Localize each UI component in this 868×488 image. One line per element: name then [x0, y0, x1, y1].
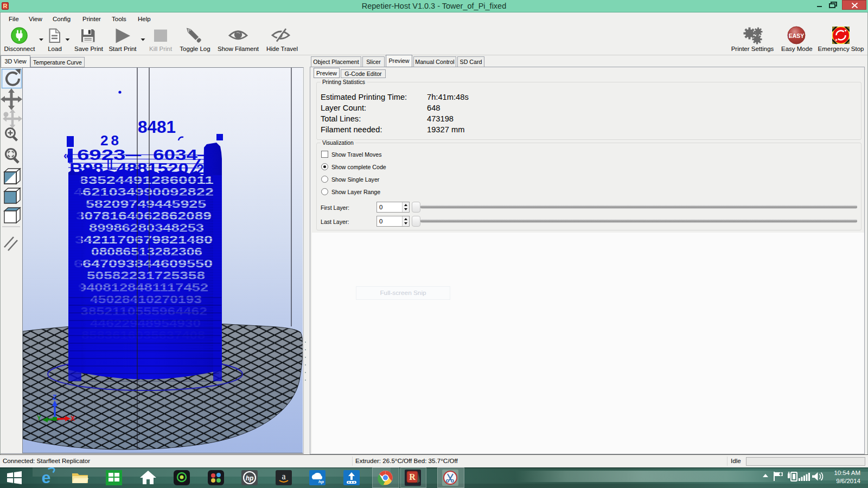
svg-text:a: a	[282, 472, 285, 481]
svg-text:hp: hp	[318, 479, 324, 484]
svg-text:X: X	[71, 415, 75, 422]
svg-text:Z: Z	[53, 394, 56, 401]
svg-text:«: «	[63, 149, 69, 161]
svg-text:hp: hp	[246, 474, 254, 482]
svg-text:8481: 8481	[138, 118, 176, 137]
svg-text:e: e	[42, 468, 51, 486]
svg-text:Y: Y	[37, 414, 41, 422]
svg-text:28: 28	[100, 132, 119, 149]
svg-text:EASY: EASY	[789, 33, 805, 39]
svg-text:R: R	[409, 472, 416, 481]
